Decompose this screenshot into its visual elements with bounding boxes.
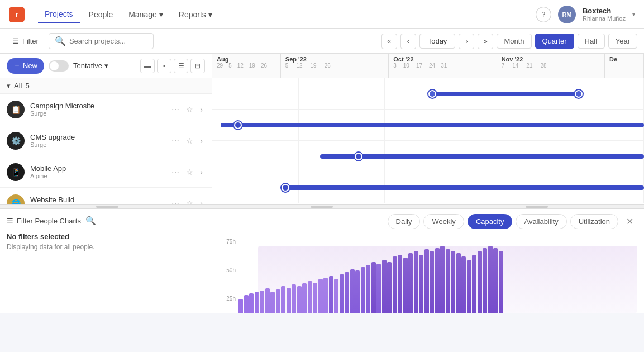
bar-segment xyxy=(393,256,397,313)
project-avatar: 🌐 xyxy=(7,194,25,204)
expand-button[interactable]: › xyxy=(198,198,205,204)
bar-segment xyxy=(265,288,270,313)
project-bar[interactable] xyxy=(428,92,580,96)
nav-item-people[interactable]: People xyxy=(82,7,120,22)
bar-segment xyxy=(244,295,249,313)
user-info: Boxtech Rhianna Muñoz xyxy=(583,7,626,22)
chart-availability-button[interactable]: Availability xyxy=(516,214,566,229)
project-info: Website Build OMT xyxy=(30,196,164,204)
more-options-button[interactable]: ⋯ xyxy=(169,198,182,204)
bar-segment xyxy=(435,248,440,313)
milestone xyxy=(282,184,289,192)
help-button[interactable]: ? xyxy=(536,7,551,22)
bar-segment xyxy=(419,255,423,313)
project-row[interactable]: 📋 Campaign Microsite Surge ⋯ ☆ › xyxy=(0,94,212,125)
nav-last-button[interactable]: » xyxy=(478,34,493,49)
view-block-icon[interactable]: ▪ xyxy=(157,59,171,73)
bar-column xyxy=(292,246,296,313)
bar-column xyxy=(430,246,434,313)
bar-segment xyxy=(255,292,259,313)
bar-segment xyxy=(249,293,254,313)
bar-column xyxy=(260,246,264,313)
nav-first-button[interactable]: « xyxy=(381,34,397,49)
more-options-button[interactable]: ⋯ xyxy=(169,104,182,115)
nav-item-reports[interactable]: Reports ▾ xyxy=(172,7,219,22)
app-logo[interactable]: r xyxy=(9,7,25,22)
bottom-left-panel: ☰ Filter People Charts 🔍 No filters sele… xyxy=(0,209,212,313)
today-button[interactable]: Today xyxy=(419,34,456,49)
search-icon: 🔍 xyxy=(55,36,66,46)
more-options-button[interactable]: ⋯ xyxy=(169,135,182,146)
tentative-toggle[interactable] xyxy=(49,60,69,72)
tentative-chevron-icon[interactable]: ▾ xyxy=(104,61,108,70)
view-year-button[interactable]: Year xyxy=(608,34,637,49)
project-rows: 📋 Campaign Microsite Surge ⋯ ☆ › ⚙️ CMS … xyxy=(0,94,212,204)
project-bar[interactable] xyxy=(221,123,644,127)
chart-weekly-button[interactable]: Weekly xyxy=(423,214,464,229)
y-label-75: 75h xyxy=(219,239,236,245)
bar-column xyxy=(313,246,317,313)
bar-segment xyxy=(297,286,302,313)
bar-segment xyxy=(281,286,285,313)
expand-button[interactable]: › xyxy=(198,167,205,178)
project-actions: ⋯ ☆ › xyxy=(169,135,205,146)
star-button[interactable]: ☆ xyxy=(184,135,195,146)
view-half-button[interactable]: Half xyxy=(578,34,605,49)
bar-segment xyxy=(472,255,476,313)
bar-segment xyxy=(238,299,243,313)
more-options-button[interactable]: ⋯ xyxy=(169,167,182,178)
bar-segment xyxy=(302,283,307,313)
gantt-chart: Aug 295121926 Sep '22 5121926 Oct '22 31… xyxy=(212,54,644,204)
panel-divider[interactable] xyxy=(0,204,644,209)
bar-segment xyxy=(340,274,344,313)
star-button[interactable]: ☆ xyxy=(184,167,195,178)
chevron-down-icon: ▾ xyxy=(159,10,163,19)
chart-capacity-button[interactable]: Capacity xyxy=(468,214,513,229)
chart-utilization-button[interactable]: Utilization xyxy=(570,214,618,229)
view-month-button[interactable]: Month xyxy=(497,34,531,49)
expand-button[interactable]: › xyxy=(198,104,205,115)
bar-column xyxy=(371,246,376,313)
close-chart-button[interactable]: ✕ xyxy=(622,213,637,229)
filter-people-button[interactable]: ☰ Filter People Charts xyxy=(7,217,81,225)
project-bar[interactable] xyxy=(320,154,644,159)
tentative-label: Tentative ▾ xyxy=(73,61,108,70)
gantt-month-dec: De xyxy=(605,54,644,78)
nav-item-manage[interactable]: Manage ▾ xyxy=(122,7,170,22)
expand-button[interactable]: › xyxy=(198,135,205,146)
star-button[interactable]: ☆ xyxy=(184,198,195,204)
view-list-icon[interactable]: ☰ xyxy=(174,59,188,73)
nav-prev-button[interactable]: ‹ xyxy=(400,34,416,49)
plus-icon: ＋ xyxy=(13,61,21,71)
project-row[interactable]: 📱 Mobile App Alpine ⋯ ☆ › xyxy=(0,156,212,188)
gantt-row-website xyxy=(212,172,644,203)
bar-segment xyxy=(260,291,264,313)
filter-icon: ☰ xyxy=(7,217,13,225)
bar-segment xyxy=(408,253,413,313)
new-project-button[interactable]: ＋ New xyxy=(7,58,44,74)
project-row[interactable]: ⚙️ CMS upgrade Surge ⋯ ☆ › xyxy=(0,125,212,156)
view-bar-icon[interactable]: ▬ xyxy=(140,59,155,73)
bar-column xyxy=(472,246,476,313)
user-menu-chevron[interactable]: ▾ xyxy=(632,11,635,17)
collapse-icon[interactable]: ▾ xyxy=(7,82,11,90)
nav-item-projects[interactable]: Projects xyxy=(38,6,80,23)
bar-column xyxy=(361,246,365,313)
nav-next-button[interactable]: › xyxy=(459,34,474,49)
people-search-button[interactable]: 🔍 xyxy=(85,216,96,226)
bar-column xyxy=(323,246,328,313)
search-input[interactable] xyxy=(69,37,147,45)
star-button[interactable]: ☆ xyxy=(184,104,195,115)
bottom-left-toolbar: ☰ Filter People Charts 🔍 xyxy=(7,216,205,226)
project-row[interactable]: 🌐 Website Build OMT ⋯ ☆ › xyxy=(0,188,212,204)
project-bar[interactable] xyxy=(282,185,644,190)
filter-button[interactable]: ☰ Filter xyxy=(7,34,44,48)
avatar[interactable]: RM xyxy=(558,6,576,23)
bar-segment xyxy=(387,262,392,313)
search-box: 🔍 xyxy=(49,33,154,49)
chart-daily-button[interactable]: Daily xyxy=(388,214,421,229)
y-label-25: 25h xyxy=(219,296,236,302)
view-compact-icon[interactable]: ⊟ xyxy=(190,59,205,73)
view-quarter-button[interactable]: Quarter xyxy=(535,34,574,49)
bar-column xyxy=(414,246,418,313)
